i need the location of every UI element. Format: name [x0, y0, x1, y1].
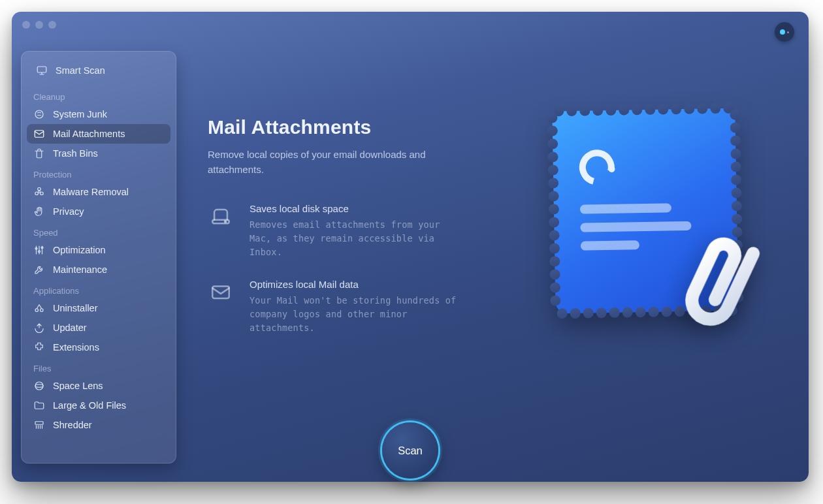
svg-rect-17	[212, 286, 229, 298]
sidebar-item-maintenance[interactable]: Maintenance	[27, 260, 170, 279]
svg-point-12	[35, 382, 43, 390]
scan-button[interactable]: Scan	[382, 422, 438, 479]
close-window-dot[interactable]	[22, 21, 30, 29]
uninstaller-icon	[33, 302, 45, 314]
sidebar-item-system-junk[interactable]: System Junk	[27, 104, 170, 124]
minimize-window-dot[interactable]	[35, 21, 43, 29]
envelope-icon	[208, 279, 234, 305]
sidebar-item-label: Maintenance	[53, 264, 107, 275]
sidebar-item-uninstaller[interactable]: Uninstaller	[27, 298, 170, 318]
svg-rect-0	[37, 67, 46, 72]
feature-title: Optimizes local Mail data	[250, 279, 459, 290]
sidebar-item-label: Mail Attachments	[53, 129, 125, 139]
svg-point-5	[35, 192, 39, 195]
sliders-icon	[33, 244, 45, 256]
svg-point-1	[35, 110, 43, 118]
svg-point-6	[40, 192, 44, 195]
svg-point-16	[225, 221, 226, 222]
feature-desc: Removes email attachments from your Mac,…	[250, 218, 459, 259]
scan-button-wrap: Scan	[371, 411, 449, 490]
sidebar-item-label: Privacy	[53, 206, 84, 217]
sidebar-item-mail-attachments[interactable]: Mail Attachments	[27, 124, 170, 144]
svg-point-10	[35, 309, 39, 312]
sidebar-item-label: Smart Scan	[56, 65, 105, 76]
account-status-button[interactable]	[775, 22, 794, 42]
sidebar-item-label: Space Lens	[53, 381, 103, 391]
sidebar-item-malware-removal[interactable]: Malware Removal	[27, 182, 170, 202]
app-window: Smart Scan Cleanup System Junk Mail Atta…	[12, 12, 809, 482]
space-lens-icon	[33, 380, 45, 392]
disk-icon	[208, 203, 234, 229]
trash-icon	[33, 148, 45, 159]
hand-icon	[33, 206, 45, 217]
sidebar-item-smart-scan[interactable]: Smart Scan	[29, 61, 168, 80]
sidebar-item-label: System Junk	[53, 109, 107, 119]
sidebar-item-updater[interactable]: Updater	[27, 318, 170, 338]
svg-point-4	[38, 187, 41, 191]
sidebar-item-shredder[interactable]: Shredder	[27, 415, 170, 435]
sidebar-item-label: Optimization	[53, 245, 106, 255]
svg-point-11	[40, 309, 44, 312]
extensions-icon	[33, 341, 45, 353]
sidebar-group-label: Files	[27, 357, 170, 376]
sidebar: Smart Scan Cleanup System Junk Mail Atta…	[21, 51, 176, 464]
sidebar-item-privacy[interactable]: Privacy	[27, 202, 170, 221]
page-subtitle: Remove local copies of your email downlo…	[208, 148, 482, 177]
window-controls	[22, 21, 56, 29]
sidebar-item-large-old-files[interactable]: Large & Old Files	[27, 396, 170, 415]
feature-disk-space: Saves local disk space Removes email att…	[208, 203, 547, 259]
sidebar-item-trash-bins[interactable]: Trash Bins	[27, 144, 170, 163]
sidebar-item-label: Shredder	[53, 420, 92, 430]
zoom-window-dot[interactable]	[48, 21, 56, 29]
junk-icon	[33, 108, 45, 120]
scan-label: Scan	[398, 445, 423, 456]
mail-icon	[33, 128, 45, 140]
sidebar-item-label: Updater	[53, 323, 87, 333]
feature-desc: Your Mail won't be storing hundreds of c…	[250, 294, 459, 335]
folder-icon	[33, 400, 45, 411]
sidebar-item-label: Uninstaller	[53, 303, 98, 313]
updater-icon	[33, 322, 45, 334]
feature-title: Saves local disk space	[250, 203, 459, 214]
sidebar-item-extensions[interactable]: Extensions	[27, 338, 170, 357]
svg-rect-2	[35, 131, 44, 138]
sidebar-item-optimization[interactable]: Optimization	[27, 240, 170, 260]
sidebar-item-label: Malware Removal	[53, 187, 129, 197]
sidebar-group-label: Speed	[27, 221, 170, 240]
monitor-icon	[36, 65, 48, 76]
sidebar-item-label: Extensions	[53, 342, 99, 353]
svg-rect-14	[35, 422, 43, 425]
svg-point-3	[39, 191, 40, 193]
feature-mail-data: Optimizes local Mail data Your Mail won'…	[208, 279, 547, 335]
sidebar-group-label: Protection	[27, 163, 170, 182]
sidebar-group-label: Cleanup	[27, 86, 170, 104]
biohazard-icon	[33, 186, 45, 198]
sidebar-item-label: Large & Old Files	[53, 400, 126, 411]
sidebar-item-space-lens[interactable]: Space Lens	[27, 376, 170, 396]
sidebar-item-label: Trash Bins	[53, 148, 98, 159]
illustration-stamp-paperclip: /*placeholder*/	[547, 103, 769, 338]
sidebar-group-label: Applications	[27, 279, 170, 298]
shredder-icon	[33, 419, 45, 431]
wrench-icon	[33, 264, 45, 276]
svg-point-13	[35, 385, 43, 388]
